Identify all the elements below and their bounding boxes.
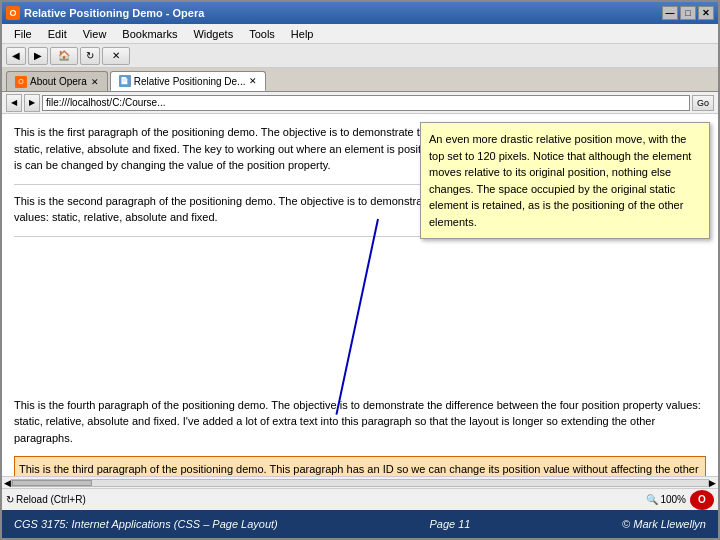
window-controls: — □ ✕	[662, 6, 714, 20]
tab-close-demo[interactable]: ✕	[249, 76, 257, 86]
go-button[interactable]: Go	[692, 95, 714, 111]
scroll-right-btn[interactable]: ▶	[709, 478, 716, 488]
menu-bookmarks[interactable]: Bookmarks	[114, 26, 185, 42]
tab-label-demo: Relative Positioning De...	[134, 76, 246, 87]
footer-center: Page 11	[429, 518, 470, 530]
tab-bar: O About Opera ✕ 📄 Relative Positioning D…	[2, 68, 718, 92]
tab-relative-positioning[interactable]: 📄 Relative Positioning De... ✕	[110, 71, 267, 91]
menu-help[interactable]: Help	[283, 26, 322, 42]
footer-left: CGS 3175: Internet Applications (CSS – P…	[14, 518, 278, 530]
scroll-left-btn[interactable]: ◀	[4, 478, 11, 488]
menu-bar: File Edit View Bookmarks Widgets Tools H…	[2, 24, 718, 44]
footer-bar: CGS 3175: Internet Applications (CSS – P…	[2, 510, 718, 538]
maximize-button[interactable]: □	[680, 6, 696, 20]
browser-window: O Relative Positioning Demo - Opera — □ …	[0, 0, 720, 540]
close-button[interactable]: ✕	[698, 6, 714, 20]
reload-area[interactable]: ↻ Reload (Ctrl+R)	[6, 494, 86, 505]
menu-tools[interactable]: Tools	[241, 26, 283, 42]
browser-content: An even more drastic relative position m…	[2, 114, 718, 476]
menu-widgets[interactable]: Widgets	[185, 26, 241, 42]
arrow-line	[335, 219, 379, 415]
tab-close-about-opera[interactable]: ✕	[91, 77, 99, 87]
status-bar: ↻ Reload (Ctrl+R) 🔍 100% O	[2, 488, 718, 510]
horizontal-scrollbar[interactable]: ◀ ▶	[2, 476, 718, 488]
forward-button[interactable]: ▶	[28, 47, 48, 65]
menu-edit[interactable]: Edit	[40, 26, 75, 42]
address-back-btn[interactable]: ◀	[6, 94, 22, 112]
zoom-area: 🔍 100%	[646, 494, 686, 505]
minimize-button[interactable]: —	[662, 6, 678, 20]
paragraph-3-highlight: This is the third paragraph of the posit…	[14, 456, 706, 476]
address-bar: ◀ ▶ Go	[2, 92, 718, 114]
reload-icon: ↻	[6, 494, 14, 505]
menu-view[interactable]: View	[75, 26, 115, 42]
tab-label-about-opera: About Opera	[30, 76, 87, 87]
tab-favicon-demo: 📄	[119, 75, 131, 87]
window-title: Relative Positioning Demo - Opera	[24, 7, 662, 19]
callout-box: An even more drastic relative position m…	[420, 122, 710, 239]
back-button[interactable]: ◀	[6, 47, 26, 65]
home-button[interactable]: 🏠	[50, 47, 78, 65]
content-area: An even more drastic relative position m…	[2, 114, 718, 488]
zoom-level: 100%	[660, 494, 686, 505]
callout-text: An even more drastic relative position m…	[429, 133, 691, 228]
window-icon: O	[6, 6, 20, 20]
refresh-button[interactable]: ↻	[80, 47, 100, 65]
scroll-thumb[interactable]	[12, 480, 92, 486]
address-input[interactable]	[42, 95, 690, 111]
tab-favicon-opera: O	[15, 76, 27, 88]
reload-label[interactable]: Reload (Ctrl+R)	[16, 494, 86, 505]
menu-file[interactable]: File	[6, 26, 40, 42]
scroll-track[interactable]	[11, 479, 709, 487]
title-bar: O Relative Positioning Demo - Opera — □ …	[2, 2, 718, 24]
footer-right: © Mark Llewellyn	[622, 518, 706, 530]
navigation-bar: ◀ ▶ 🏠 ↻ ✕	[2, 44, 718, 68]
zoom-icon: 🔍	[646, 494, 658, 505]
paragraph-4: This is the fourth paragraph of the posi…	[14, 397, 706, 447]
address-forward-btn[interactable]: ▶	[24, 94, 40, 112]
opera-logo: O	[690, 490, 714, 510]
tab-about-opera[interactable]: O About Opera ✕	[6, 71, 108, 91]
stop-button[interactable]: ✕	[102, 47, 130, 65]
